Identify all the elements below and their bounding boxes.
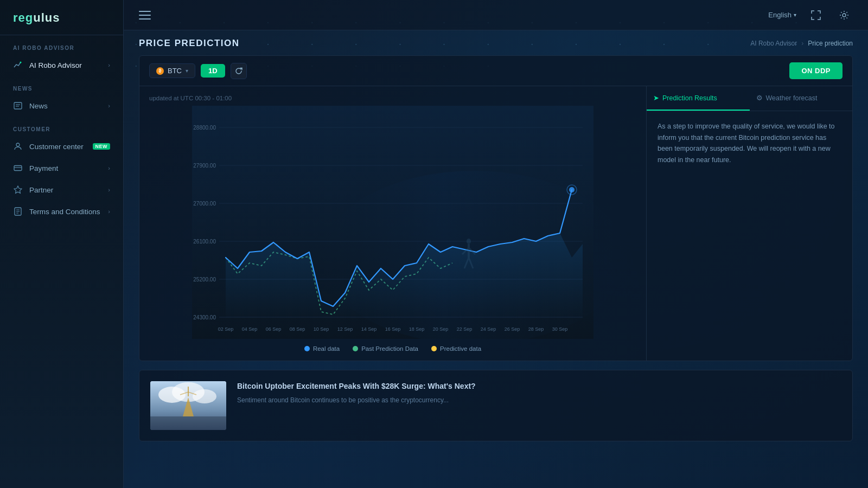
past-prediction-dot [353,346,358,351]
weather-tab-label: Weather forecast [766,94,818,102]
chevron-right-icon: › [108,165,110,171]
svg-text:24 Sep: 24 Sep [481,326,496,332]
customer-icon [13,142,23,151]
tab-weather-forecast[interactable]: ⚙ Weather forecast [750,86,853,111]
legend-real-label: Real data [313,345,340,352]
prediction-tab-icon: ➤ [653,94,659,102]
price-chart-card: ₿ BTC ▾ 1D ON DDP u [139,55,853,361]
svg-text:24300.00: 24300.00 [193,314,216,320]
legend-past-label: Past Prediction Data [361,345,418,352]
payment-icon [13,163,23,173]
sidebar-item-terms-label: Terms and Conditions [29,208,100,216]
prediction-panel-content: As a step to improve the quality of serv… [647,111,852,176]
sidebar-item-customer-label: Customer center [29,143,84,151]
legend-predictive-data: Predictive data [431,345,481,352]
svg-point-54 [193,389,216,403]
page-title: PRICE PREDICTION [139,38,240,49]
svg-text:08 Sep: 08 Sep [290,326,305,332]
chart-legend: Real data Past Prediction Data Predictiv… [149,341,636,354]
legend-past-prediction: Past Prediction Data [353,345,418,352]
news-icon [13,101,23,111]
svg-text:27900.00: 27900.00 [193,163,216,169]
fullscreen-button[interactable] [807,7,825,24]
predictive-dot [431,346,437,351]
logo-part1: reg [13,11,33,24]
coin-label: BTC [168,67,182,75]
terms-icon [13,207,23,216]
svg-text:25200.00: 25200.00 [193,277,216,282]
svg-text:12 Sep: 12 Sep [337,326,353,332]
sidebar-item-payment-label: Payment [29,164,58,172]
chevron-right-icon: › [108,208,110,215]
language-selector[interactable]: English ▾ [768,11,796,19]
news-excerpt: Sentiment around Bitcoin continues to be… [237,395,841,406]
chart-panel-row: updated at UTC 00:30 - 01:00 [139,86,852,361]
main-content: ₿ BTC ▾ 1D ON DDP u [124,55,868,488]
partner-icon [13,185,23,195]
chart-controls: ₿ BTC ▾ 1D ON DDP [139,56,852,86]
chevron-right-icon: › [108,62,110,68]
real-data-dot [304,346,310,351]
refresh-button[interactable] [231,63,247,79]
svg-text:30 Sep: 30 Sep [552,326,568,332]
prediction-tab-label: Prediction Results [662,94,717,102]
svg-text:26 Sep: 26 Sep [505,326,520,332]
svg-text:10 Sep: 10 Sep [314,326,329,332]
chevron-right-icon: › [108,102,110,109]
topbar: English ▾ [124,0,868,30]
news-text-area: Bitcoin Uptober Excitement Peaks With $2… [237,381,841,405]
btc-icon: ₿ [156,67,164,75]
news-thumbnail-image [150,381,226,430]
coin-selector[interactable]: ₿ BTC ▾ [149,63,195,78]
chart-area: updated at UTC 00:30 - 01:00 [139,86,646,361]
svg-point-12 [843,14,846,17]
svg-text:16 Sep: 16 Sep [385,326,401,332]
chevron-right-icon: › [108,187,110,193]
section-customer-label: CUSTOMER [0,117,123,136]
svg-text:02 Sep: 02 Sep [218,326,234,332]
breadcrumb-parent: AI Robo Advisor [750,40,797,47]
chevron-down-icon: ▾ [186,68,188,74]
on-ddp-button[interactable]: ON DDP [789,62,843,79]
main-area: English ▾ PRICE PREDICTION [124,0,868,488]
sidebar-item-customer-center[interactable]: Customer center New [0,136,123,157]
sidebar-item-partner[interactable]: Partner › [0,179,123,201]
svg-point-0 [20,62,22,63]
section-news-label: NEWS [0,76,123,95]
price-chart: 28800.00 27900.00 27000.00 26100.00 2520… [149,106,636,341]
sidebar-item-payment[interactable]: Payment › [0,157,123,179]
breadcrumb: AI Robo Advisor › Price prediction [750,40,853,47]
section-ai-label: AI ROBO ADVISOR [0,35,123,54]
svg-text:22 Sep: 22 Sep [457,326,473,332]
news-title: Bitcoin Uptober Excitement Peaks With $2… [237,381,841,392]
tab-prediction-results[interactable]: ➤ Prediction Results [647,86,750,111]
svg-marker-7 [14,186,22,193]
svg-point-43 [467,239,471,244]
svg-text:28800.00: 28800.00 [193,125,216,131]
logo-area: regulus [0,0,123,35]
svg-text:26100.00: 26100.00 [193,239,216,245]
svg-rect-59 [150,416,226,430]
svg-point-49 [569,187,575,192]
svg-text:27000.00: 27000.00 [193,201,216,207]
news-card: Bitcoin Uptober Excitement Peaks With $2… [139,370,853,441]
svg-text:04 Sep: 04 Sep [242,326,258,332]
settings-button[interactable] [835,7,853,24]
sidebar-item-ai-robo-advisor[interactable]: AI Robo Advisor › [0,54,123,76]
chart-icon [13,60,23,70]
logo-part2: ulus [33,11,60,24]
breadcrumb-separator: › [801,40,803,47]
weather-tab-icon: ⚙ [756,94,763,102]
sidebar-item-terms[interactable]: Terms and Conditions › [0,201,123,222]
sidebar-item-news[interactable]: News › [0,95,123,117]
svg-text:18 Sep: 18 Sep [409,326,425,332]
svg-rect-1 [14,102,22,109]
svg-text:28 Sep: 28 Sep [528,326,544,332]
period-1d-button[interactable]: 1D [201,64,225,78]
sidebar-item-partner-label: Partner [29,186,53,194]
app-logo: regulus [13,11,110,25]
sidebar-item-news-label: News [29,102,48,110]
panel-tabs: ➤ Prediction Results ⚙ Weather forecast [647,86,852,111]
news-thumbnail [150,381,226,430]
menu-toggle-button[interactable] [139,11,151,20]
